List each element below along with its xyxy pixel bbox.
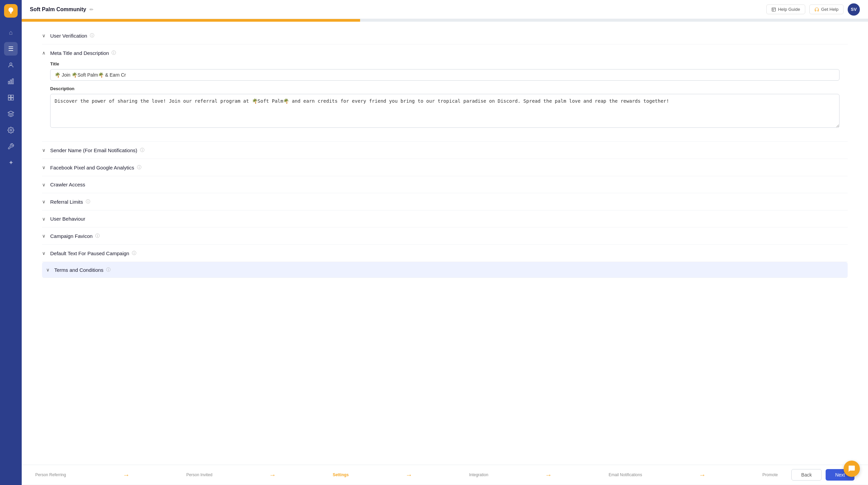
progress-filled	[22, 19, 360, 22]
section-terms-conditions-header[interactable]: ∨ Terms and Conditions ⓘ	[42, 262, 848, 278]
chevron-icon: ∨	[42, 233, 47, 239]
section-campaign-favicon-header[interactable]: ∨ Campaign Favicon ⓘ	[42, 227, 848, 244]
title-label: Title	[50, 61, 840, 66]
step-email-notifications[interactable]: Email Notifications	[609, 472, 642, 477]
edit-icon[interactable]: ✏	[90, 7, 94, 12]
sidebar-item-users[interactable]	[4, 58, 18, 72]
get-help-button[interactable]: Get Help	[809, 4, 844, 14]
section-sender-name: ∨ Sender Name (For Email Notifications) …	[42, 142, 848, 159]
section-user-behaviour-header[interactable]: ∨ User Behaviour	[42, 210, 848, 227]
help-guide-label: Help Guide	[778, 7, 800, 12]
section-facebook-pixel-header[interactable]: ∨ Facebook Pixel and Google Analytics ⓘ	[42, 159, 848, 176]
section-terms-conditions-title: Terms and Conditions	[54, 267, 103, 273]
book-icon	[771, 7, 776, 12]
sidebar-item-list[interactable]: ☰	[4, 42, 18, 56]
chevron-icon: ∨	[42, 182, 47, 187]
info-icon[interactable]: ⓘ	[106, 267, 111, 273]
step-settings[interactable]: Settings	[333, 472, 349, 477]
section-campaign-favicon: ∨ Campaign Favicon ⓘ	[42, 227, 848, 245]
sidebar-item-layers[interactable]	[4, 107, 18, 121]
header: Soft Palm Community ✏ Help Guide Get Hel…	[22, 0, 868, 19]
section-user-verification-header[interactable]: ∨ User Verification ⓘ	[42, 27, 848, 44]
app-logo[interactable]	[4, 4, 18, 18]
svg-rect-7	[11, 98, 14, 100]
title-input[interactable]	[50, 69, 840, 81]
progress-bar	[22, 19, 868, 22]
info-icon[interactable]: ⓘ	[137, 164, 141, 170]
user-avatar[interactable]: SV	[848, 3, 860, 16]
info-icon[interactable]: ⓘ	[132, 250, 136, 256]
sidebar: ⌂ ☰ ✦	[0, 0, 22, 485]
info-icon[interactable]: ⓘ	[140, 147, 144, 153]
description-textarea[interactable]: Discover the power of sharing the love! …	[50, 94, 840, 128]
description-field-group: Description Discover the power of sharin…	[50, 86, 840, 129]
section-referral-limits-header[interactable]: ∨ Referral Limits ⓘ	[42, 193, 848, 210]
step-person-referring[interactable]: Person Referring	[35, 472, 66, 477]
section-default-text-title: Default Text For Paused Campaign	[50, 250, 129, 256]
chat-icon	[848, 465, 855, 472]
svg-point-9	[10, 129, 12, 131]
svg-rect-2	[10, 80, 11, 84]
section-meta-title-title: Meta Title and Description	[50, 50, 109, 56]
section-referral-limits-title: Referral Limits	[50, 199, 83, 205]
chevron-icon: ∨	[42, 165, 47, 170]
svg-rect-10	[772, 7, 775, 11]
section-crawler-access-header[interactable]: ∨ Crawler Access	[42, 176, 848, 193]
sidebar-item-analytics[interactable]	[4, 75, 18, 88]
step-promote[interactable]: Promote	[763, 472, 778, 477]
section-terms-conditions: ∨ Terms and Conditions ⓘ	[42, 262, 848, 278]
main-area: Soft Palm Community ✏ Help Guide Get Hel…	[22, 0, 868, 485]
section-campaign-favicon-title: Campaign Favicon	[50, 233, 93, 239]
chevron-icon: ∨	[46, 267, 52, 272]
title-field-group: Title	[50, 61, 840, 81]
section-user-verification: ∨ User Verification ⓘ	[42, 27, 848, 44]
sidebar-item-tools[interactable]	[4, 140, 18, 153]
sidebar-item-home[interactable]: ⌂	[4, 26, 18, 39]
footer: Person Referring → Person Invited → Sett…	[22, 465, 868, 485]
step-integration[interactable]: Integration	[469, 472, 488, 477]
get-help-label: Get Help	[821, 7, 839, 12]
section-user-verification-title: User Verification	[50, 33, 87, 39]
step-person-invited[interactable]: Person Invited	[186, 472, 213, 477]
section-default-text-header[interactable]: ∨ Default Text For Paused Campaign ⓘ	[42, 245, 848, 262]
svg-rect-3	[12, 79, 13, 84]
section-default-text: ∨ Default Text For Paused Campaign ⓘ	[42, 245, 848, 262]
info-icon[interactable]: ⓘ	[90, 33, 94, 39]
section-meta-title-header[interactable]: ∧ Meta Title and Description ⓘ	[42, 44, 848, 61]
section-meta-title: ∧ Meta Title and Description ⓘ Title Des…	[42, 44, 848, 142]
back-button[interactable]: Back	[791, 469, 822, 481]
section-crawler-access-title: Crawler Access	[50, 182, 85, 187]
page-title: Soft Palm Community	[30, 6, 86, 13]
info-icon[interactable]: ⓘ	[112, 50, 116, 56]
headphone-icon	[814, 7, 819, 12]
section-referral-limits: ∨ Referral Limits ⓘ	[42, 193, 848, 210]
chevron-icon: ∨	[42, 199, 47, 204]
settings-container: ∨ User Verification ⓘ ∧ Meta Title and D…	[22, 22, 868, 305]
arrow-icon-5: →	[699, 471, 706, 479]
sidebar-item-settings[interactable]	[4, 123, 18, 137]
chevron-icon: ∨	[42, 147, 47, 153]
sidebar-item-plus[interactable]: ✦	[4, 156, 18, 169]
svg-rect-5	[11, 95, 14, 98]
header-left: Soft Palm Community ✏	[30, 6, 94, 13]
chevron-icon: ∨	[42, 250, 47, 256]
step-email-notifications-label: Email Notifications	[609, 472, 642, 477]
section-crawler-access: ∨ Crawler Access	[42, 176, 848, 193]
meta-title-content: Title Description Discover the power of …	[42, 61, 848, 141]
svg-rect-4	[8, 95, 11, 98]
section-facebook-pixel-title: Facebook Pixel and Google Analytics	[50, 165, 134, 170]
arrow-icon-2: →	[269, 471, 276, 479]
workflow-steps: Person Referring → Person Invited → Sett…	[22, 465, 868, 485]
step-integration-label: Integration	[469, 472, 488, 477]
info-icon[interactable]: ⓘ	[86, 199, 90, 205]
svg-rect-6	[8, 98, 11, 100]
info-icon[interactable]: ⓘ	[95, 233, 100, 239]
help-guide-button[interactable]: Help Guide	[766, 4, 805, 14]
chat-bubble[interactable]	[844, 461, 860, 477]
svg-rect-1	[8, 81, 9, 84]
step-person-invited-label: Person Invited	[186, 472, 213, 477]
step-promote-label: Promote	[763, 472, 778, 477]
section-sender-name-header[interactable]: ∨ Sender Name (For Email Notifications) …	[42, 142, 848, 159]
sidebar-item-grid[interactable]	[4, 91, 18, 104]
workflow-steps-inner: Person Referring → Person Invited → Sett…	[35, 471, 778, 479]
